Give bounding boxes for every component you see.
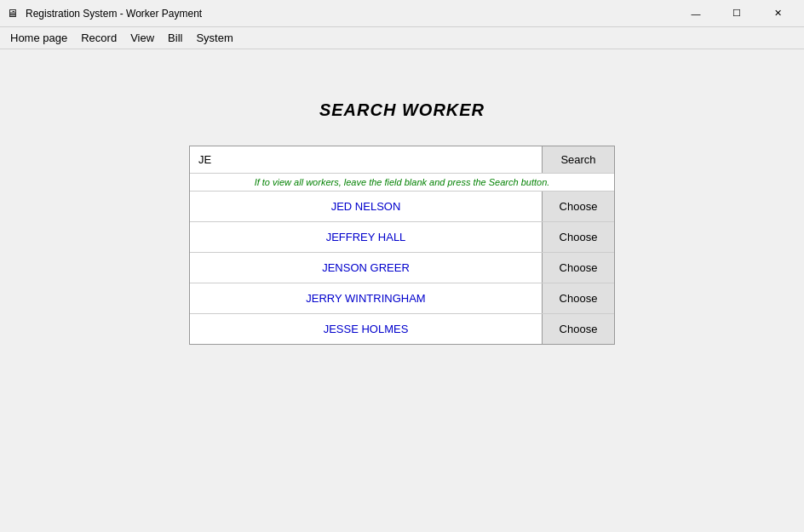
worker-name: JENSON GREER [190, 253, 542, 283]
worker-name: JESSE HOLMES [190, 314, 542, 344]
search-row: Search [190, 146, 614, 174]
worker-name: JEFFREY HALL [190, 222, 542, 252]
app-icon: 🖥 [7, 7, 20, 20]
menu-bar: Home page Record View Bill System [0, 27, 804, 49]
choose-button-1[interactable]: Choose [542, 222, 614, 252]
close-button[interactable]: ✕ [758, 4, 797, 23]
main-content: SEARCH WORKER Search If to view all work… [0, 49, 804, 532]
search-hint: If to view all workers, leave the field … [190, 174, 614, 192]
choose-button-3[interactable]: Choose [542, 283, 614, 313]
choose-button-0[interactable]: Choose [542, 192, 614, 221]
title-bar: 🖥 Registration System - Worker Payment —… [0, 0, 804, 27]
table-row: JENSON GREER Choose [190, 253, 614, 283]
title-bar-controls: — ☐ ✕ [676, 4, 797, 23]
table-row: JESSE HOLMES Choose [190, 314, 614, 344]
table-row: JEFFREY HALL Choose [190, 222, 614, 253]
minimize-button[interactable]: — [676, 4, 715, 23]
table-row: JERRY WINTRINGHAM Choose [190, 283, 614, 314]
title-bar-title: Registration System - Worker Payment [26, 8, 202, 20]
menu-bill[interactable]: Bill [161, 29, 189, 47]
page-title: SEARCH WORKER [319, 100, 485, 120]
menu-view[interactable]: View [123, 29, 161, 47]
choose-button-4[interactable]: Choose [542, 314, 614, 344]
menu-record[interactable]: Record [74, 29, 123, 47]
search-input[interactable] [190, 146, 542, 173]
worker-name: JERRY WINTRINGHAM [190, 283, 542, 313]
menu-home-page[interactable]: Home page [3, 29, 74, 47]
menu-system[interactable]: System [189, 29, 239, 47]
search-container: Search If to view all workers, leave the… [189, 146, 615, 345]
choose-button-2[interactable]: Choose [542, 253, 614, 283]
search-button[interactable]: Search [542, 146, 614, 173]
title-bar-left: 🖥 Registration System - Worker Payment [7, 7, 202, 20]
table-row: JED NELSON Choose [190, 192, 614, 222]
maximize-button[interactable]: ☐ [717, 4, 756, 23]
worker-name: JED NELSON [190, 192, 542, 221]
